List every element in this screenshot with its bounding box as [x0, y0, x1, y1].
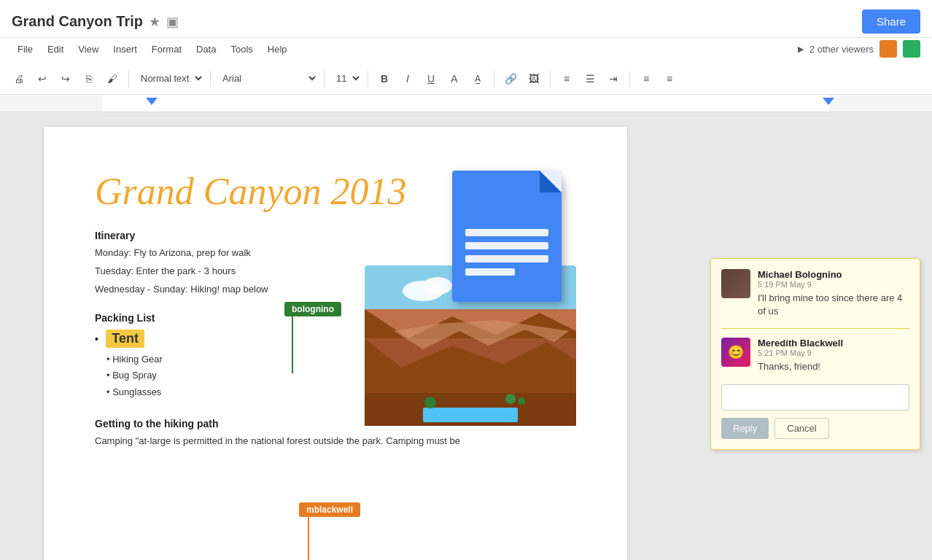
- copy-button[interactable]: ⎘: [79, 69, 99, 89]
- viewer-avatar-2: [903, 40, 920, 58]
- menu-bar: File Edit View Insert Format Data Tools …: [0, 38, 932, 63]
- svg-point-13: [518, 397, 525, 405]
- menu-view[interactable]: View: [72, 42, 104, 56]
- comment-box: Michael Bolognino 5:19 PM May 9 I'll bri…: [710, 258, 920, 450]
- docs-line-4: [465, 268, 515, 276]
- comment-content-1: Michael Bolognino 5:19 PM May 9 I'll bri…: [758, 269, 909, 318]
- docs-icon-fold: [540, 171, 562, 192]
- bold-button[interactable]: B: [374, 69, 395, 89]
- docs-line-3: [465, 255, 548, 262]
- undo-button[interactable]: ↩: [32, 69, 53, 89]
- comment-author-1: Michael Bolognino: [758, 269, 909, 280]
- comment-author-2: Meredith Blackwell: [758, 338, 909, 349]
- toolbar-divider-4: [368, 70, 368, 88]
- avatar-meredith: 😊: [721, 338, 750, 367]
- ruler-right-margin[interactable]: [823, 98, 834, 105]
- cursor-mblackwell: mblackwell: [299, 502, 360, 517]
- svg-point-12: [505, 394, 516, 404]
- viewer-avatar-1: [879, 40, 897, 58]
- toolbar-divider-7: [629, 70, 630, 88]
- unordered-list-button[interactable]: ☰: [580, 69, 600, 89]
- main-area: bolognino mblackwell Grand Canyon 2013 I…: [0, 112, 932, 560]
- align-left-button[interactable]: ≡: [636, 69, 656, 89]
- docs-icon-paper: [452, 171, 562, 302]
- star-icon[interactable]: ★: [149, 14, 160, 30]
- toolbar-divider-6: [550, 70, 551, 88]
- getting-text: Camping "at-large is permitted in the na…: [95, 434, 576, 449]
- docs-icon-lines: [465, 229, 548, 281]
- menu-edit[interactable]: Edit: [42, 42, 69, 56]
- docs-app-icon: [452, 171, 583, 316]
- text-color-button[interactable]: A: [444, 69, 465, 89]
- avatar-michael: [721, 269, 750, 298]
- toolbar-divider-3: [324, 70, 325, 88]
- svg-rect-10: [423, 408, 518, 422]
- comment-content-2: Meredith Blackwell 5:21 PM May 9 Thanks,…: [758, 338, 909, 373]
- svg-point-11: [424, 397, 436, 408]
- svg-point-2: [423, 277, 452, 295]
- viewers-area: ▶ 2 other viewers: [798, 40, 920, 58]
- ruler: [0, 95, 932, 112]
- redo-button[interactable]: ↪: [55, 69, 76, 89]
- comment-divider: [721, 328, 909, 329]
- font-size-select[interactable]: 11 12 14: [330, 71, 362, 86]
- ruler-left-margin[interactable]: [146, 98, 158, 105]
- align-center-button[interactable]: ≡: [659, 69, 680, 89]
- menu-tools[interactable]: Tools: [225, 42, 258, 56]
- docs-line-2: [465, 242, 548, 249]
- link-button[interactable]: 🔗: [500, 69, 521, 89]
- reply-input[interactable]: [721, 384, 909, 411]
- indent-button[interactable]: ⇥: [603, 69, 624, 89]
- avatar-michael-img: [721, 269, 750, 298]
- reply-button[interactable]: Reply: [721, 418, 769, 439]
- toolbar: 🖨 ↩ ↪ ⎘ 🖌 Normal text Heading 1 Heading …: [0, 63, 932, 95]
- comment-entry-1: Michael Bolognino 5:19 PM May 9 I'll bri…: [721, 269, 909, 318]
- menu-data[interactable]: Data: [190, 42, 222, 56]
- comment-time-2: 5:21 PM May 9: [758, 349, 909, 357]
- title-left: Grand Canyon Trip ★ ▣: [12, 13, 179, 30]
- menu-help[interactable]: Help: [262, 42, 293, 56]
- toolbar-divider-5: [494, 70, 494, 88]
- share-button[interactable]: Share: [862, 9, 920, 34]
- doc-title[interactable]: Grand Canyon Trip: [12, 13, 143, 30]
- ordered-list-button[interactable]: ≡: [556, 69, 577, 89]
- paint-format-button[interactable]: 🖌: [102, 69, 123, 89]
- comment-entry-2: 😊 Meredith Blackwell 5:21 PM May 9 Thank…: [721, 338, 909, 373]
- print-button[interactable]: 🖨: [9, 69, 29, 89]
- viewers-text: 2 other viewers: [809, 44, 874, 55]
- comment-actions: Reply Cancel: [721, 418, 909, 439]
- image-button[interactable]: 🖼: [524, 69, 544, 89]
- menu-format[interactable]: Format: [146, 42, 187, 56]
- menu-insert[interactable]: Insert: [107, 42, 143, 56]
- title-bar: Grand Canyon Trip ★ ▣ Share: [0, 0, 932, 38]
- tent-highlight: Tent: [106, 330, 144, 348]
- italic-button[interactable]: I: [397, 69, 418, 89]
- folder-icon[interactable]: ▣: [166, 14, 179, 30]
- docs-line-1: [465, 229, 548, 236]
- font-select[interactable]: Arial Times New Roman: [217, 71, 318, 86]
- highlight-button[interactable]: A̲: [467, 69, 488, 89]
- menu-items: File Edit View Insert Format Data Tools …: [12, 42, 293, 56]
- comment-text-1: I'll bring mine too since there are 4 of…: [758, 292, 909, 318]
- toolbar-divider-1: [128, 70, 129, 88]
- comment-time-1: 5:19 PM May 9: [758, 280, 909, 289]
- comment-text-2: Thanks, friend!: [758, 360, 909, 373]
- cursor-bolognino: bolognino: [284, 302, 341, 316]
- comment-panel: Michael Bolognino 5:19 PM May 9 I'll bri…: [699, 112, 932, 560]
- menu-file[interactable]: File: [12, 42, 39, 56]
- toolbar-divider-2: [210, 70, 211, 88]
- cursor-line-bolognino: [292, 315, 293, 373]
- underline-button[interactable]: U: [421, 69, 441, 89]
- avatar-meredith-img: 😊: [721, 338, 750, 367]
- text-style-select[interactable]: Normal text Heading 1 Heading 2: [135, 71, 204, 86]
- ruler-track: [102, 95, 830, 112]
- cancel-button[interactable]: Cancel: [774, 418, 828, 439]
- document-page: bolognino mblackwell Grand Canyon 2013 I…: [44, 127, 627, 560]
